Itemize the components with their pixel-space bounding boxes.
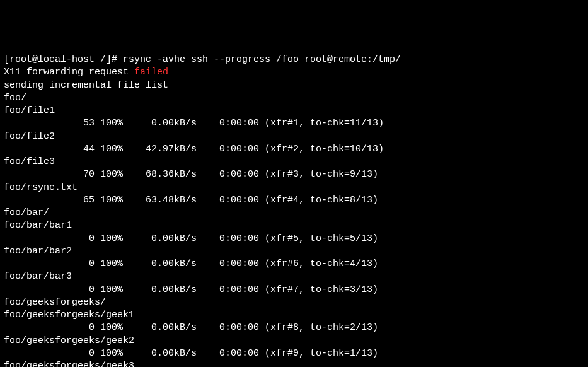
file-name: foo/file2 <box>4 131 584 143</box>
file-name: foo/bar/ <box>4 207 584 219</box>
file-name: foo/geeksforgeeks/geek1 <box>4 309 584 322</box>
file-progress: 0 100% 0.00kB/s 0:00:00 (xfr#6, to-chk=4… <box>4 258 584 271</box>
file-progress: 0 100% 0.00kB/s 0:00:00 (xfr#5, to-chk=5… <box>4 233 584 245</box>
file-name: foo/file3 <box>4 156 584 168</box>
file-progress: 0 100% 0.00kB/s 0:00:00 (xfr#9, to-chk=1… <box>4 347 584 360</box>
file-name: foo/geeksforgeeks/geek2 <box>4 335 584 347</box>
file-name: foo/geeksforgeeks/geek3 <box>4 360 584 367</box>
file-name: foo/file1 <box>4 105 584 117</box>
command-line: [root@local-host /]# rsync -avhe ssh --p… <box>4 54 584 66</box>
failed-text: failed <box>134 67 168 78</box>
file-progress: 65 100% 63.48kB/s 0:00:00 (xfr#4, to-chk… <box>4 194 584 207</box>
file-progress: 0 100% 0.00kB/s 0:00:00 (xfr#7, to-chk=3… <box>4 284 584 296</box>
x11-line: X11 forwarding request failed <box>4 66 584 79</box>
file-progress: 0 100% 0.00kB/s 0:00:00 (xfr#8, to-chk=2… <box>4 322 584 334</box>
file-name: foo/bar/bar1 <box>4 219 584 232</box>
file-progress: 44 100% 42.97kB/s 0:00:00 (xfr#2, to-chk… <box>4 143 584 156</box>
file-name: foo/bar/bar2 <box>4 245 584 258</box>
sending-line: sending incremental file list <box>4 79 584 92</box>
terminal-output: [root@local-host /]# rsync -avhe ssh --p… <box>4 54 584 367</box>
file-name: foo/bar/bar3 <box>4 271 584 283</box>
file-progress: 53 100% 0.00kB/s 0:00:00 (xfr#1, to-chk=… <box>4 117 584 130</box>
file-name: foo/ <box>4 92 584 105</box>
file-name: foo/rsync.txt <box>4 182 584 194</box>
file-name: foo/geeksforgeeks/ <box>4 296 584 309</box>
file-progress: 70 100% 68.36kB/s 0:00:00 (xfr#3, to-chk… <box>4 168 584 181</box>
